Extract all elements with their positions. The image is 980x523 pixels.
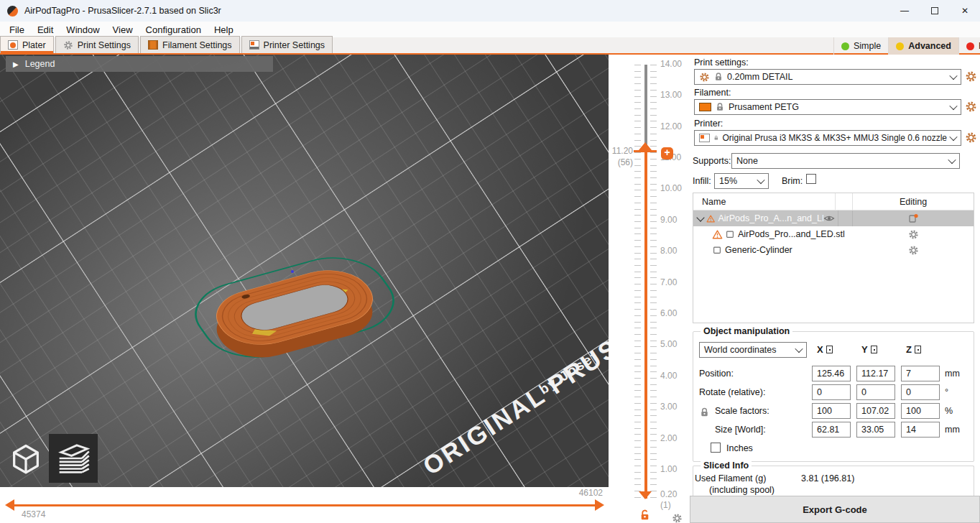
infill-label: Infill:: [693, 176, 711, 186]
edit-filament-gear-icon[interactable]: [965, 101, 977, 113]
tab-printer-settings[interactable]: Printer Settings: [241, 36, 333, 53]
edit-print-settings-gear-icon[interactable]: [965, 70, 977, 83]
menu-file[interactable]: File: [3, 22, 31, 37]
extruder-cell: [838, 210, 853, 226]
eye-icon: [823, 213, 835, 224]
inches-checkbox[interactable]: [711, 443, 721, 453]
tick-label: 1.00: [660, 464, 677, 474]
supports-value: None: [736, 156, 758, 166]
infill-combo[interactable]: 15%: [714, 173, 769, 189]
part-box-icon: [712, 245, 722, 255]
size-y-field[interactable]: 33.05: [856, 422, 895, 438]
menu-window[interactable]: Window: [60, 22, 106, 37]
brim-checkbox[interactable]: [806, 174, 816, 184]
tick-label: 14.00: [660, 59, 682, 69]
mode-expert-button[interactable]: Expert: [958, 37, 980, 55]
simple-mode-dot-icon: [841, 42, 849, 50]
tick-label: 7.00: [660, 277, 677, 287]
printer-icon: [249, 40, 259, 50]
layer-slider-ticks-right: [650, 65, 657, 499]
supports-combo[interactable]: None: [731, 153, 960, 169]
position-z-field[interactable]: 7: [901, 366, 940, 381]
menu-help[interactable]: Help: [208, 22, 240, 37]
export-gcode-button[interactable]: Export G-code: [690, 496, 980, 523]
size-label: Size [World]:: [715, 425, 766, 435]
menu-configuration[interactable]: Configuration: [139, 22, 208, 37]
object-row[interactable]: AirPods_Pro_A...n_and_LED.stl: [693, 210, 974, 226]
rotate-y-field[interactable]: 0: [856, 384, 895, 400]
scale-unit: %: [945, 406, 953, 416]
object-settings-button[interactable]: [853, 213, 974, 224]
plater-icon: [8, 40, 18, 50]
position-unit: mm: [945, 369, 960, 379]
coordinate-system-combo[interactable]: World coordinates: [699, 342, 807, 358]
layer-slider-ticks-left: [634, 65, 641, 499]
axis-z-header: Z: [906, 344, 921, 355]
object-row[interactable]: AirPods_Pro...and_LED.stl: [693, 226, 974, 242]
rotate-z-field[interactable]: 0: [901, 384, 940, 400]
layer-slider-track-lower[interactable]: [644, 152, 647, 499]
unlock-icon[interactable]: [639, 509, 651, 522]
print-settings-combo[interactable]: 0.20mm DETAIL: [694, 69, 961, 85]
legend-expand-icon[interactable]: ▶: [13, 60, 19, 68]
position-y-field[interactable]: 112.17: [856, 366, 895, 381]
minimize-button[interactable]: —: [889, 0, 920, 22]
tab-filament-settings-label: Filament Settings: [162, 40, 232, 50]
part-settings-button[interactable]: [853, 229, 974, 240]
add-color-change-button[interactable]: +: [661, 147, 673, 159]
part-name: AirPods_Pro...and_LED.stl: [738, 229, 845, 239]
chevron-down-icon: [949, 72, 957, 80]
visibility-toggle[interactable]: [823, 213, 838, 224]
inches-label: Inches: [726, 443, 753, 453]
maximize-button[interactable]: [920, 0, 950, 22]
expert-mode-dot-icon: [966, 42, 974, 50]
object-list: Name Editing AirPods_Pro_A...n_and_LED.s…: [693, 193, 974, 323]
tab-plater[interactable]: Plater: [0, 36, 54, 53]
layer-slider-bottom-handle[interactable]: [639, 491, 652, 499]
printer-icon: [699, 134, 710, 142]
rotate-x-field[interactable]: 0: [812, 384, 851, 400]
layer-slider-handle-arrow[interactable]: [639, 142, 652, 150]
size-z-field[interactable]: 14: [901, 422, 940, 438]
preview-view-button[interactable]: [49, 434, 98, 483]
legend-bar[interactable]: ▶ Legend: [6, 56, 273, 72]
menu-view[interactable]: View: [106, 22, 139, 37]
close-button[interactable]: ✕: [950, 0, 980, 22]
move-slider-right-handle[interactable]: [595, 499, 604, 511]
object-row[interactable]: Generic-Cylinder: [693, 242, 974, 258]
tab-bar: Plater Print Settings Filament Settings …: [0, 37, 980, 55]
advanced-mode-dot-icon: [896, 42, 904, 50]
printer-label: Printer:: [694, 119, 723, 129]
mode-simple-button[interactable]: Simple: [833, 37, 888, 55]
tab-print-settings[interactable]: Print Settings: [55, 36, 139, 53]
collapse-icon[interactable]: [696, 213, 704, 221]
printer-combo[interactable]: Original Prusa i3 MK3S & MK3S+ MMU3 Sing…: [694, 130, 961, 146]
3d-editor-view-button[interactable]: [4, 435, 47, 481]
move-slider-track[interactable]: [14, 504, 596, 506]
layer-slider-track-upper[interactable]: [644, 65, 647, 152]
coordinate-system-value: World coordinates: [704, 345, 777, 355]
scale-x-field[interactable]: 100: [812, 403, 851, 419]
layer-slider-handle[interactable]: [634, 150, 657, 152]
axis-x-header: X: [817, 344, 833, 355]
scale-y-field[interactable]: 107.02: [856, 403, 895, 419]
3d-viewport[interactable]: ORIGINAL PRUSA i3 MK by Josef: [0, 55, 609, 487]
legend-label: Legend: [25, 59, 55, 69]
edit-printer-gear-icon[interactable]: [965, 131, 977, 144]
mode-advanced-button[interactable]: Advanced: [888, 37, 958, 55]
sliced-object[interactable]: [176, 234, 413, 389]
uniform-scale-lock-icon[interactable]: [699, 407, 710, 418]
filament-combo[interactable]: Prusament PETG: [694, 99, 961, 115]
tab-filament-settings[interactable]: Filament Settings: [140, 36, 240, 53]
move-slider-left-handle[interactable]: [5, 499, 14, 511]
slider-settings-gear-icon[interactable]: [672, 513, 683, 523]
position-x-field[interactable]: 125.46: [812, 366, 851, 381]
layer-slider: 14.00 13.00 12.00 11.00 10.00 9.00 8.00 …: [609, 55, 690, 523]
menu-edit[interactable]: Edit: [31, 22, 60, 37]
scale-z-field[interactable]: 100: [901, 403, 940, 419]
layer-slider-min-layer: (1): [660, 500, 671, 510]
part-settings-button[interactable]: [853, 245, 974, 256]
size-x-field[interactable]: 62.81: [812, 422, 851, 438]
object-list-header: Name Editing: [693, 193, 974, 210]
column-extruder: [835, 193, 853, 210]
